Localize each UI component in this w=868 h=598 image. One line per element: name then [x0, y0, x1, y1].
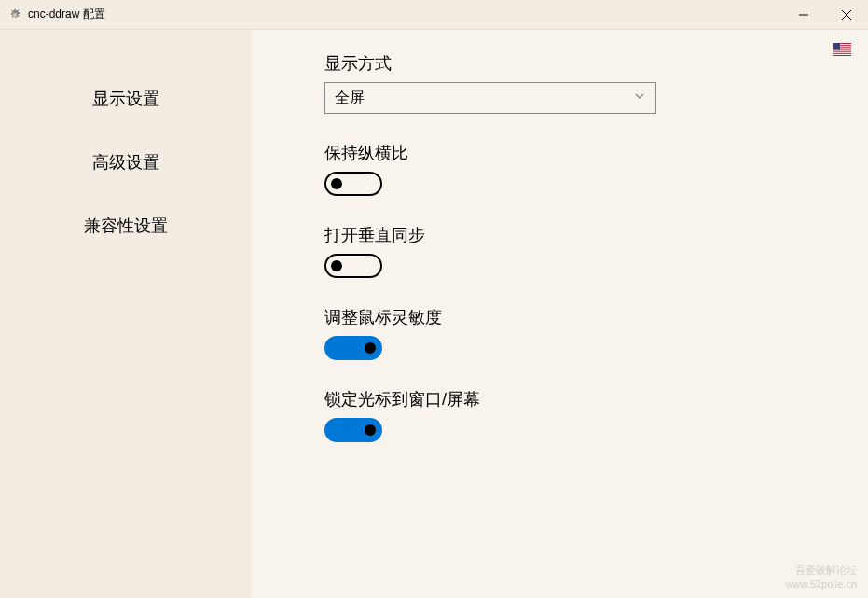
- display-mode-select[interactable]: 全屏: [324, 82, 656, 114]
- setting-mouse-sensitivity: 调整鼠标灵敏度: [324, 306, 823, 360]
- watermark-line1: 吾爱破解论坛: [786, 563, 857, 577]
- toggle-knob: [331, 178, 342, 189]
- mouse-sensitivity-label: 调整鼠标灵敏度: [324, 306, 823, 328]
- lock-cursor-label: 锁定光标到窗口/屏幕: [324, 388, 823, 410]
- language-flag-icon[interactable]: [833, 43, 851, 56]
- toggle-knob: [365, 342, 376, 354]
- setting-aspect-ratio: 保持纵横比: [324, 142, 823, 196]
- watermark: 吾爱破解论坛 www.52pojie.cn: [786, 563, 857, 591]
- sidebar-item-advanced[interactable]: 高级设置: [0, 138, 252, 187]
- app-icon: [7, 7, 22, 22]
- lock-cursor-toggle[interactable]: [324, 418, 382, 442]
- display-mode-label: 显示方式: [324, 52, 823, 75]
- sidebar: 显示设置 高级设置 兼容性设置: [0, 30, 252, 598]
- content-area: 显示设置 高级设置 兼容性设置 显示方式 全屏: [0, 30, 868, 598]
- aspect-ratio-label: 保持纵横比: [324, 142, 823, 164]
- mouse-sensitivity-toggle[interactable]: [324, 336, 382, 360]
- window-title: cnc-ddraw 配置: [28, 7, 782, 22]
- setting-display-mode: 显示方式 全屏: [324, 52, 823, 114]
- sidebar-item-display[interactable]: 显示设置: [0, 75, 252, 123]
- display-mode-value: 全屏: [335, 89, 633, 108]
- aspect-ratio-toggle[interactable]: [324, 172, 382, 196]
- vsync-label: 打开垂直同步: [324, 224, 823, 246]
- svg-point-0: [13, 13, 17, 17]
- titlebar: cnc-ddraw 配置: [0, 0, 868, 30]
- main-panel: 显示方式 全屏 保持纵横比 打开垂直同步 调整鼠标灵敏度: [252, 30, 868, 598]
- minimize-button[interactable]: [782, 0, 825, 30]
- setting-lock-cursor: 锁定光标到窗口/屏幕: [324, 388, 823, 442]
- chevron-down-icon: [633, 90, 646, 106]
- svg-rect-8: [833, 50, 851, 51]
- toggle-knob: [331, 260, 342, 271]
- toggle-knob: [365, 424, 376, 436]
- vsync-toggle[interactable]: [324, 254, 382, 278]
- svg-rect-11: [833, 43, 840, 50]
- svg-rect-10: [833, 54, 851, 55]
- close-button[interactable]: [825, 0, 868, 30]
- watermark-line2: www.52pojie.cn: [786, 577, 857, 591]
- sidebar-item-compatibility[interactable]: 兼容性设置: [0, 202, 252, 250]
- svg-rect-9: [833, 52, 851, 53]
- setting-vsync: 打开垂直同步: [324, 224, 823, 278]
- window-controls: [782, 0, 868, 30]
